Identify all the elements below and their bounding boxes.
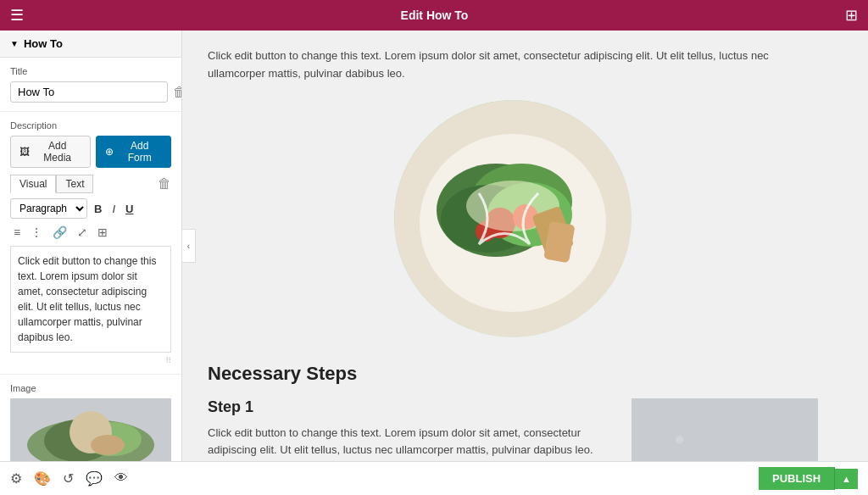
add-form-label: Add Form	[117, 140, 162, 164]
paragraph-select[interactable]: Paragraph	[10, 198, 87, 219]
undo-icon[interactable]: ↺	[63, 470, 74, 487]
ordered-list-button[interactable]: ⋮	[27, 224, 46, 241]
preview-intro: Click edit button to change this text. L…	[208, 47, 818, 83]
sidebar-section-header[interactable]: ▼ How To	[0, 31, 181, 58]
title-label: Title	[10, 66, 171, 76]
section-title: Necessary Steps	[208, 363, 818, 385]
sidebar: ▼ How To Title 🗑 Description 🖼 Add Media…	[0, 31, 182, 461]
step1-title: Step 1	[208, 398, 615, 416]
preview-area: ‹ Click edit button to change this text.…	[182, 31, 868, 461]
top-bar-title: Edit How To	[401, 8, 469, 22]
title-input[interactable]	[10, 81, 168, 103]
title-delete-button[interactable]: 🗑	[173, 85, 182, 100]
italic-button[interactable]: I	[108, 201, 119, 217]
tab-visual[interactable]: Visual	[10, 175, 56, 193]
editor-resize-handle[interactable]: ⠿	[10, 356, 171, 365]
publish-dropdown-button[interactable]: ▲	[835, 469, 858, 489]
step1-image-placeholder	[632, 398, 818, 461]
editor-content[interactable]: Click edit button to change this text. L…	[10, 246, 171, 353]
chevron-down-icon: ▼	[10, 39, 19, 48]
add-media-label: Add Media	[33, 140, 81, 164]
top-bar: ☰ Edit How To ⊞	[0, 0, 868, 31]
collapse-tab[interactable]: ‹	[182, 229, 196, 263]
form-icon: ⊕	[105, 146, 114, 158]
svg-point-5	[91, 435, 125, 455]
menu-icon[interactable]: ☰	[10, 6, 24, 25]
preview-icon[interactable]: 👁	[114, 470, 128, 487]
add-media-button[interactable]: 🖼 Add Media	[10, 136, 91, 168]
tab-text[interactable]: Text	[56, 175, 93, 193]
unordered-list-button[interactable]: ≡	[10, 224, 24, 241]
style-icon[interactable]: 🎨	[34, 470, 51, 487]
sidebar-section-label: How To	[24, 37, 63, 50]
bold-button[interactable]: B	[91, 201, 105, 217]
media-icon: 🖼	[19, 146, 30, 158]
grid-icon[interactable]: ⊞	[845, 6, 858, 25]
step1-text: Click edit button to change this text. L…	[208, 425, 615, 460]
image-preview	[10, 398, 171, 461]
settings-icon[interactable]: ⚙	[10, 470, 22, 487]
comment-icon[interactable]: 💬	[86, 470, 103, 487]
editor-delete-button[interactable]: 🗑	[158, 176, 171, 192]
bottom-bar: ⚙ 🎨 ↺ 💬 👁 PUBLISH ▲	[0, 461, 868, 495]
link-button[interactable]: 🔗	[49, 224, 70, 241]
fullscreen-button[interactable]: ⤢	[74, 224, 91, 241]
description-label: Description	[10, 120, 171, 131]
table-button[interactable]: ⊞	[94, 224, 111, 241]
food-image	[394, 100, 632, 337]
add-form-button[interactable]: ⊕ Add Form	[96, 136, 171, 168]
underline-button[interactable]: U	[122, 201, 136, 217]
publish-button[interactable]: PUBLISH	[759, 467, 835, 490]
image-label: Image	[10, 383, 171, 393]
